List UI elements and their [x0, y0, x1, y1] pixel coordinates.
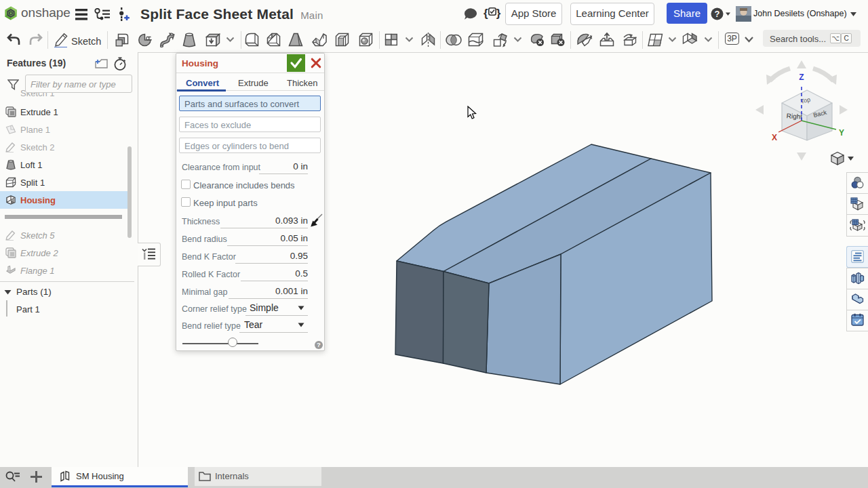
svg-text:Z: Z	[799, 73, 804, 82]
svg-text:Y: Y	[839, 128, 844, 138]
svg-text:X: X	[772, 133, 777, 142]
svg-text:?: ?	[715, 9, 720, 19]
svg-text:Right: Right	[786, 112, 802, 121]
